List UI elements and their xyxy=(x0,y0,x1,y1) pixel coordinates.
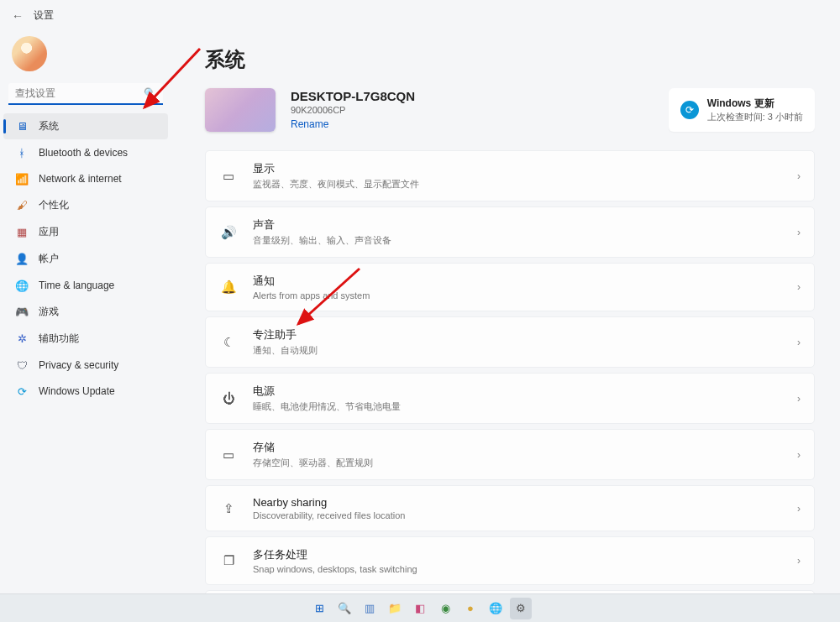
nav-icon: 📶 xyxy=(15,172,29,186)
nav-icon: 🛡 xyxy=(15,358,29,372)
nav-icon: ⟳ xyxy=(15,384,29,398)
sidebar-item-label: Network & internet xyxy=(39,173,122,185)
chevron-right-icon: › xyxy=(797,337,801,348)
setting-sub: 音量级别、输出、输入、声音设备 xyxy=(253,234,797,247)
nav-icon: 🖌 xyxy=(15,199,29,212)
setting-sub: Snap windows, desktops, task switching xyxy=(253,564,797,574)
setting-label: 声音 xyxy=(253,217,797,233)
sidebar: 🔍 🖥系统ᚼBluetooth & devices📶Network & inte… xyxy=(0,31,171,622)
nav-icon: ✲ xyxy=(15,332,29,346)
update-icon: ⟳ xyxy=(680,101,699,119)
setting-sub: 监视器、亮度、夜间模式、显示配置文件 xyxy=(253,178,797,191)
chevron-right-icon: › xyxy=(797,281,801,293)
sidebar-item-10[interactable]: ⟳Windows Update xyxy=(3,379,168,404)
sidebar-item-label: 游戏 xyxy=(39,305,59,319)
search-input[interactable] xyxy=(15,87,144,99)
setting-label: 专注助手 xyxy=(253,327,797,342)
taskbar-taskview-icon[interactable]: ▥ xyxy=(359,598,381,619)
setting-icon: ⇪ xyxy=(219,499,238,518)
window-title: 设置 xyxy=(34,8,54,23)
setting-row-2[interactable]: 🔔通知Alerts from apps and system› xyxy=(205,263,815,311)
taskbar-app1-icon[interactable]: ◧ xyxy=(409,598,431,619)
avatar[interactable] xyxy=(12,36,47,71)
setting-sub: Discoverability, received files location xyxy=(253,510,797,520)
setting-label: 多任务处理 xyxy=(253,547,797,562)
search-icon: 🔍 xyxy=(144,87,156,99)
setting-icon: ⏻ xyxy=(219,389,238,408)
taskbar-app2-icon[interactable]: ● xyxy=(459,598,481,619)
sidebar-item-0[interactable]: 🖥系统 xyxy=(3,113,168,139)
setting-row-7[interactable]: ❐多任务处理Snap windows, desktops, task switc… xyxy=(205,536,815,585)
taskbar-app3-icon[interactable]: 🌐 xyxy=(485,598,507,619)
sidebar-item-label: Windows Update xyxy=(39,385,115,397)
taskbar-search-icon[interactable]: 🔍 xyxy=(333,598,355,619)
setting-row-5[interactable]: ▭存储存储空间、驱动器、配置规则› xyxy=(205,429,815,480)
update-title: Windows 更新 xyxy=(707,97,803,111)
sidebar-item-6[interactable]: 🌐Time & language xyxy=(3,273,168,298)
sidebar-item-label: Privacy & security xyxy=(39,359,118,371)
chevron-right-icon: › xyxy=(797,170,801,182)
setting-sub: 通知、自动规则 xyxy=(253,344,797,357)
nav-icon: ▦ xyxy=(15,226,29,239)
sidebar-item-9[interactable]: 🛡Privacy & security xyxy=(3,353,168,378)
setting-label: Nearby sharing xyxy=(253,496,797,509)
setting-icon: 🔔 xyxy=(219,278,238,296)
search-input-container[interactable]: 🔍 xyxy=(8,83,163,105)
device-model: 90K20006CP xyxy=(291,105,415,115)
sidebar-item-2[interactable]: 📶Network & internet xyxy=(3,166,168,191)
setting-row-0[interactable]: ▭显示监视器、亮度、夜间模式、显示配置文件› xyxy=(205,150,815,201)
setting-row-4[interactable]: ⏻电源睡眠、电池使用情况、节省电池电量› xyxy=(205,373,815,424)
setting-label: 通知 xyxy=(253,274,797,289)
sidebar-item-1[interactable]: ᚼBluetooth & devices xyxy=(3,140,168,165)
rename-link[interactable]: Rename xyxy=(291,118,328,130)
setting-icon: ❐ xyxy=(219,551,238,570)
sidebar-item-label: Bluetooth & devices xyxy=(39,147,128,159)
sidebar-item-label: 个性化 xyxy=(39,198,69,212)
nav-icon: ᚼ xyxy=(15,146,29,159)
chevron-right-icon: › xyxy=(797,227,801,238)
sidebar-item-5[interactable]: 👤帐户 xyxy=(3,246,168,272)
sidebar-item-label: 系统 xyxy=(39,119,59,133)
taskbar-start-icon[interactable]: ⊞ xyxy=(308,598,330,619)
sidebar-item-label: Time & language xyxy=(39,280,114,291)
chevron-right-icon: › xyxy=(797,555,801,567)
setting-row-6[interactable]: ⇪Nearby sharingDiscoverability, received… xyxy=(205,485,815,531)
setting-row-1[interactable]: 🔊声音音量级别、输出、输入、声音设备› xyxy=(205,206,815,258)
setting-icon: 🔊 xyxy=(219,223,238,242)
setting-icon: ▭ xyxy=(219,446,238,464)
nav-icon: 👤 xyxy=(15,253,29,266)
sidebar-item-8[interactable]: ✲辅助功能 xyxy=(3,326,168,352)
chevron-right-icon: › xyxy=(797,449,801,461)
chevron-right-icon: › xyxy=(797,393,801,405)
back-icon[interactable]: ← xyxy=(12,9,24,23)
taskbar-settings-icon[interactable]: ⚙ xyxy=(510,598,532,619)
sidebar-item-label: 帐户 xyxy=(39,252,59,266)
setting-icon: ▭ xyxy=(219,167,238,186)
nav-icon: 🌐 xyxy=(15,279,29,292)
setting-icon: ☾ xyxy=(219,333,238,352)
windows-update-card[interactable]: ⟳ Windows 更新 上次检查时间: 3 小时前 xyxy=(669,88,815,132)
setting-sub: 存储空间、驱动器、配置规则 xyxy=(253,457,797,469)
sidebar-item-label: 应用 xyxy=(39,225,59,239)
update-subtitle: 上次检查时间: 3 小时前 xyxy=(707,111,803,123)
setting-row-3[interactable]: ☾专注助手通知、自动规则› xyxy=(205,316,815,368)
sidebar-item-label: 辅助功能 xyxy=(39,332,79,346)
chevron-right-icon: › xyxy=(797,503,801,515)
sidebar-item-7[interactable]: 🎮游戏 xyxy=(3,299,168,325)
setting-label: 显示 xyxy=(253,161,797,176)
device-name: DESKTOP-L7G8CQN xyxy=(291,89,415,103)
page-title: 系统 xyxy=(205,46,815,73)
taskbar-chrome-icon[interactable]: ◉ xyxy=(434,598,456,619)
setting-sub: 睡眠、电池使用情况、节省电池电量 xyxy=(253,400,797,413)
taskbar-explorer-icon[interactable]: 📁 xyxy=(384,598,406,619)
sidebar-item-4[interactable]: ▦应用 xyxy=(3,219,168,245)
setting-sub: Alerts from apps and system xyxy=(253,290,797,301)
taskbar: ⊞🔍▥📁◧◉●🌐⚙ xyxy=(0,593,840,622)
setting-label: 存储 xyxy=(253,440,797,455)
main-content: 系统 DESKTOP-L7G8CQN 90K20006CP Rename ⟳ W… xyxy=(171,31,840,622)
device-thumbnail xyxy=(205,88,276,132)
sidebar-item-3[interactable]: 🖌个性化 xyxy=(3,192,168,218)
nav-icon: 🖥 xyxy=(15,120,29,133)
setting-label: 电源 xyxy=(253,384,797,399)
nav-icon: 🎮 xyxy=(15,306,29,319)
